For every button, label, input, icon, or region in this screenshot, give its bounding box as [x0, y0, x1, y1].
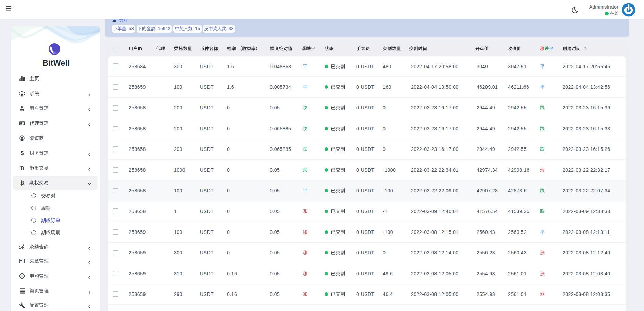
- svg-text:B: B: [20, 180, 24, 186]
- svg-text:B: B: [20, 165, 24, 171]
- svg-text:$: $: [20, 150, 24, 156]
